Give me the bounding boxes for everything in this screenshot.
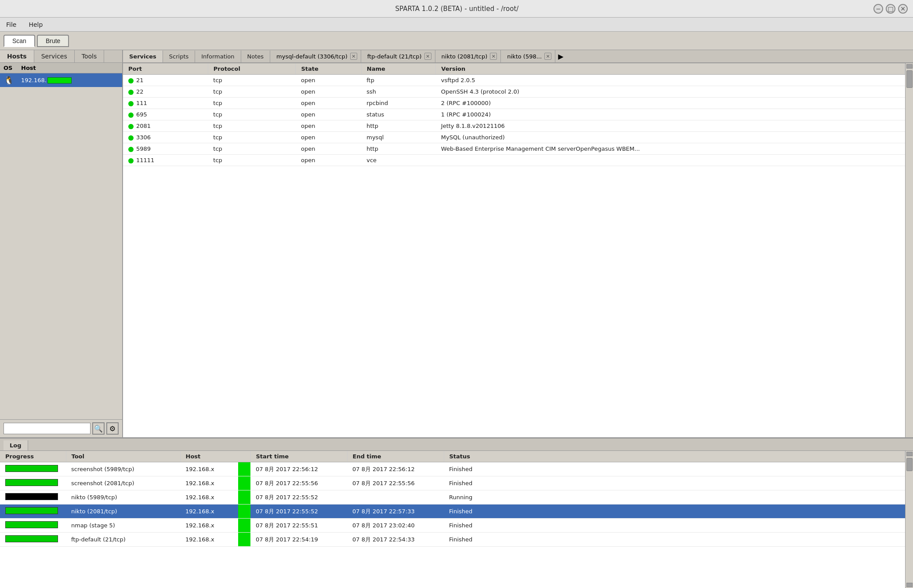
status-dot [128,124,134,129]
start-time-cell: 07 8月 2017 22:55:52 [250,505,347,519]
log-col-progress: Progress [0,451,66,462]
tab-hosts[interactable]: Hosts [0,50,34,62]
search-button[interactable]: 🔍 [92,422,105,435]
tab-mysql[interactable]: mysql-default (3306/tcp) ✕ [270,50,361,62]
tab-services-left[interactable]: Services [34,50,75,62]
status-dot [128,113,134,118]
table-row[interactable]: 2081 tcp open http Jetty 8.1.8.v20121106 [123,120,905,132]
progress-bar [5,493,58,500]
main-area: Hosts Services Tools OS Host � [0,50,913,588]
tab-log[interactable]: Log [4,440,28,450]
table-row[interactable]: 5989 tcp open http Web-Based Enterprise … [123,143,905,155]
host-ip-text: 192.168.x [185,480,214,486]
left-panel: Hosts Services Tools OS Host � [0,50,123,437]
bottom-pane: Log Progress Tool Host Start time End ti… [0,439,913,588]
table-row[interactable]: nmap (stage 5) 192.168.x 07 8月 2017 22:5… [0,519,905,533]
table-row[interactable]: screenshot (2081/tcp) 192.168.x 07 8月 20… [0,476,905,490]
table-row[interactable]: nikto (2081/tcp) 192.168.x 07 8月 2017 22… [0,505,905,519]
port-cell: 3306 [123,132,208,143]
tab-information[interactable]: Information [195,51,241,62]
table-row[interactable]: ftp-default (21/tcp) 192.168.x 07 8月 201… [0,533,905,547]
host-cell: 192.168.x [180,462,250,476]
end-time-cell [347,490,444,505]
table-row[interactable]: 695 tcp open status 1 (RPC #100024) [123,109,905,120]
host-cell: 192.168.x [180,476,250,490]
close-nikto2081-tab[interactable]: ✕ [490,53,497,60]
protocol-cell: tcp [208,109,296,120]
tab-services-right[interactable]: Services [123,51,163,62]
name-cell: ftp [361,75,436,86]
status-cell: Finished [444,505,905,519]
tab-scripts[interactable]: Scripts [163,51,195,62]
tab-ftp[interactable]: ftp-default (21/tcp) ✕ [361,50,435,62]
state-cell: open [296,75,361,86]
services-table-container: Port Protocol State Name Version 21 tcp … [123,63,905,437]
log-col-status: Status [444,451,905,462]
version-cell [436,155,905,166]
close-mysql-tab[interactable]: ✕ [350,53,357,60]
tab-nav-right[interactable]: ▶ [555,51,566,62]
table-row[interactable]: 22 tcp open ssh OpenSSH 4.3 (protocol 2.… [123,86,905,98]
port-cell: 111 [123,98,208,109]
state-cell: open [296,132,361,143]
close-nikto598-tab[interactable]: ✕ [544,53,551,60]
table-row[interactable]: nikto (5989/tcp) 192.168.x 07 8月 2017 22… [0,490,905,505]
status-cell: Finished [444,533,905,547]
brute-tab[interactable]: Brute [37,35,69,47]
tab-notes[interactable]: Notes [241,51,271,62]
tab-nikto-2081[interactable]: nikto (2081/tcp) ✕ [435,50,501,62]
progress-cell [0,505,66,519]
log-col-tool: Tool [66,451,180,462]
name-cell: rpcbind [361,98,436,109]
protocol-cell: tcp [208,155,296,166]
state-cell: open [296,120,361,132]
tool-cell: screenshot (2081/tcp) [66,476,180,490]
protocol-cell: tcp [208,75,296,86]
col-port: Port [123,63,208,75]
host-cell: 192.168. [18,73,122,87]
close-ftp-tab[interactable]: ✕ [424,53,431,60]
title-bar: SPARTA 1.0.2 (BETA) - untitled - /root/ … [0,0,913,18]
gear-icon: ⚙ [109,425,116,433]
host-overlay [238,519,250,532]
progress-cell [0,533,66,547]
host-col-os: OS [0,63,18,73]
status-dot [128,158,134,163]
table-row[interactable]: 🐧 192.168. [0,73,122,87]
protocol-cell: tcp [208,132,296,143]
progress-bar [5,521,58,528]
scan-tab[interactable]: Scan [4,35,35,47]
search-input[interactable] [4,423,91,434]
tool-cell: nmap (stage 5) [66,519,180,533]
col-name: Name [361,63,436,75]
progress-cell [0,476,66,490]
log-scrollbar[interactable] [905,451,913,588]
close-button[interactable]: ✕ [898,4,908,14]
table-row[interactable]: 3306 tcp open mysql MySQL (unauthorized) [123,132,905,143]
table-row[interactable]: 11111 tcp open vce [123,155,905,166]
table-row[interactable]: 21 tcp open ftp vsftpd 2.0.5 [123,75,905,86]
port-cell: 22 [123,86,208,98]
tool-cell: screenshot (5989/tcp) [66,462,180,476]
table-row[interactable]: 111 tcp open rpcbind 2 (RPC #100000) [123,98,905,109]
menu-file[interactable]: File [4,20,19,29]
settings-button[interactable]: ⚙ [106,422,119,435]
minimize-button[interactable]: − [873,4,883,14]
version-cell: 2 (RPC #100000) [436,98,905,109]
status-cell: Finished [444,519,905,533]
services-scrollbar[interactable] [905,63,913,437]
table-row[interactable]: screenshot (5989/tcp) 192.168.x 07 8月 20… [0,462,905,476]
tab-nikto-598[interactable]: nikto (598... ✕ [501,50,555,62]
maximize-button[interactable]: □ [886,4,895,14]
start-time-cell: 07 8月 2017 22:55:56 [250,476,347,490]
linux-icon: 🐧 [4,76,14,85]
tab-tools[interactable]: Tools [75,50,105,62]
start-time-cell: 07 8月 2017 22:55:51 [250,519,347,533]
menu-bar: File Help [0,18,913,32]
host-col-host: Host [18,63,122,73]
menu-help[interactable]: Help [26,20,45,29]
version-cell: vsftpd 2.0.5 [436,75,905,86]
host-cell: 192.168.x [180,490,250,505]
host-bar [47,77,72,83]
version-cell: Jetty 8.1.8.v20121106 [436,120,905,132]
